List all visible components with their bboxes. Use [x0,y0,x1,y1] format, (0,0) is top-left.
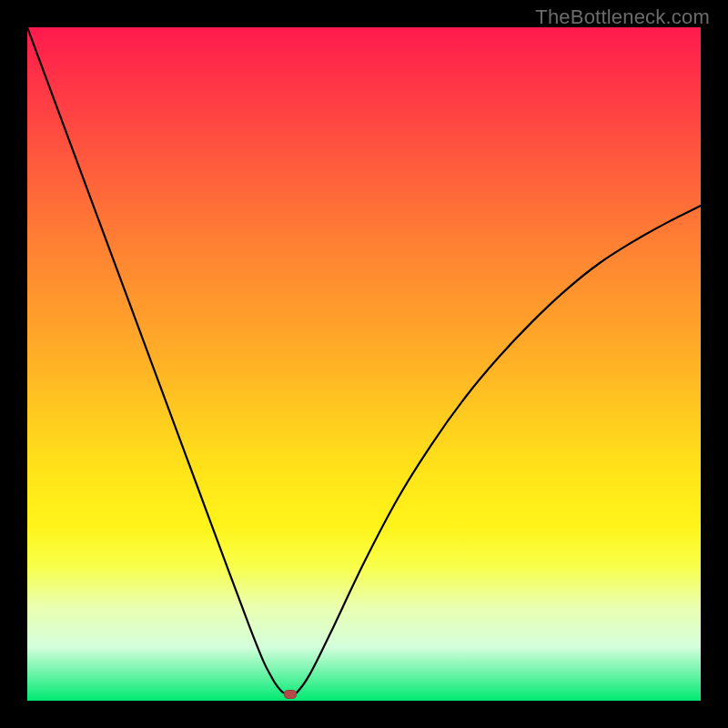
chart-frame: TheBottleneck.com [0,0,728,728]
optimal-point-marker [284,690,297,699]
plot-area [27,27,701,701]
curve-svg [27,27,701,701]
bottleneck-curve [27,27,701,694]
watermark-text: TheBottleneck.com [535,5,710,29]
